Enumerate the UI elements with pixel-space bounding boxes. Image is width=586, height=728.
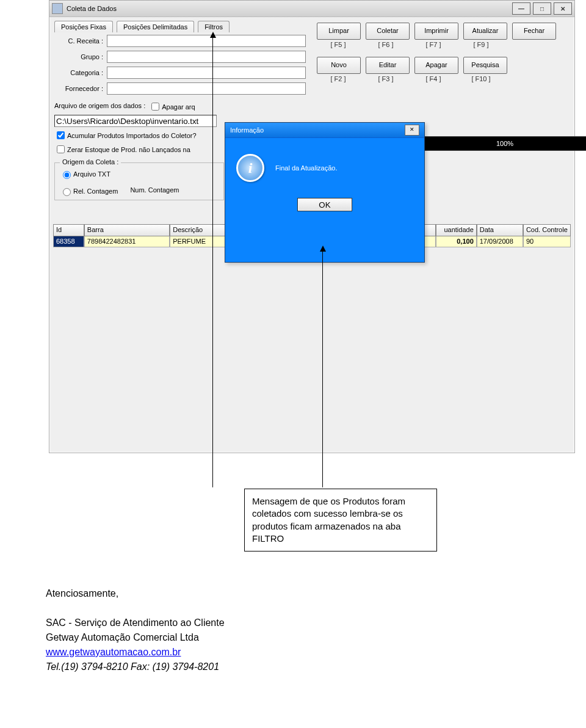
info-dialog: Informação ✕ i Final da Atualização. OK	[225, 122, 425, 263]
origin-path-input[interactable]	[54, 115, 217, 127]
app-icon	[52, 3, 63, 14]
editar-button[interactable]: Editar	[366, 57, 410, 74]
fechar-button[interactable]: Fechar	[512, 23, 556, 40]
origem-coleta-group: Origem da Coleta : Arquivo TXT Rel. Cont…	[54, 162, 224, 200]
creceita-input[interactable]	[107, 35, 306, 47]
cell-barra: 7898422482831	[84, 236, 170, 247]
f5-hint: [ F5 ]	[317, 41, 360, 48]
dialog-body: i Final da Atualização.	[225, 138, 424, 198]
close-button[interactable]: ✕	[554, 2, 572, 15]
group-label: Origem da Coleta :	[60, 158, 121, 166]
progress-text: 100%	[496, 140, 513, 147]
doc-atencoes: Atenciosamente,	[46, 586, 225, 601]
novo-button[interactable]: Novo	[317, 57, 361, 74]
doc-sac: SAC - Serviço de Atendimento ao Cliente	[46, 616, 225, 630]
maximize-button[interactable]: □	[533, 2, 551, 15]
annotation-arrow-1	[212, 35, 213, 487]
categoria-input[interactable]	[107, 67, 306, 79]
window-title: Coleta de Dados	[67, 5, 510, 12]
col-quantidade[interactable]: uantidade	[436, 224, 476, 236]
apagar-arq-checkbox[interactable]: Apagar arq	[149, 101, 195, 112]
f7-hint: [ F7 ]	[412, 41, 455, 48]
f10-hint: [ F10 ]	[460, 75, 502, 82]
categoria-label: Categoria :	[54, 69, 103, 76]
annotation-text: Mensagem de que os Produtos foram coleta…	[252, 496, 405, 544]
dialog-close-button[interactable]: ✕	[405, 125, 419, 136]
apagar-button[interactable]: Apagar	[414, 57, 458, 74]
col-id[interactable]: Id	[53, 224, 84, 236]
radio-arquivo-txt[interactable]: Arquivo TXT	[60, 169, 219, 179]
cell-id: 68358	[53, 236, 84, 247]
dialog-message: Final da Atualização.	[275, 164, 338, 172]
col-barra[interactable]: Barra	[84, 224, 170, 236]
pesquisa-button[interactable]: Pesquisa	[463, 57, 507, 74]
f9-hint: [ F9 ]	[460, 41, 502, 48]
minimize-icon: —	[518, 5, 524, 12]
fornecedor-label: Fornecedor :	[54, 85, 103, 92]
annotation-box: Mensagem de que os Produtos foram coleta…	[244, 489, 437, 551]
creceita-label: C. Receita :	[54, 37, 103, 45]
f4-hint: [ F4 ]	[412, 75, 455, 82]
ok-button[interactable]: OK	[297, 198, 352, 211]
tab-posicoes-fixas[interactable]: Posições Fixas	[54, 21, 113, 32]
dialog-title: Informação	[230, 126, 264, 134]
dialog-titlebar: Informação ✕	[225, 123, 424, 138]
info-icon: i	[236, 154, 264, 182]
limpar-button[interactable]: Limpar	[317, 23, 361, 40]
f2-hint: [ F2 ]	[317, 75, 360, 82]
f6-hint: [ F6 ]	[364, 41, 407, 48]
doc-tel: Tel.(19) 3794-8210 Fax: (19) 3794-8201	[46, 661, 219, 672]
doc-company: Getway Automação Comercial Ltda	[46, 630, 225, 645]
coletar-button[interactable]: Coletar	[366, 23, 410, 40]
cell-data: 17/09/2008	[477, 236, 523, 247]
toolbar: Limpar Coletar Imprimir Atualizar Fechar…	[317, 23, 567, 91]
atualizar-button[interactable]: Atualizar	[463, 23, 507, 40]
cell-qtd: 0,100	[436, 236, 476, 247]
grupo-input[interactable]	[107, 51, 306, 63]
col-cod-controle[interactable]: Cod. Controle	[523, 224, 571, 236]
doc-url[interactable]: www.getwayautomacao.com.br	[46, 647, 181, 657]
maximize-icon: □	[540, 5, 544, 12]
close-icon: ✕	[560, 5, 565, 12]
col-data[interactable]: Data	[477, 224, 523, 236]
f3-hint: [ F3 ]	[364, 75, 407, 82]
cell-cod: 90	[523, 236, 571, 247]
origem-label: Arquivo de origem dos dados :	[54, 102, 145, 109]
annotation-arrow-2	[322, 249, 323, 487]
doc-footer: Atenciosamente, SAC - Serviço de Atendim…	[46, 586, 225, 674]
tab-posicoes-delimitadas[interactable]: Posições Delimitadas	[117, 21, 194, 32]
num-contagem-label: Num. Contagem	[130, 186, 179, 194]
fornecedor-input[interactable]	[107, 82, 306, 95]
radio-rel-contagem[interactable]: Rel. Contagem	[60, 186, 118, 196]
minimize-button[interactable]: —	[512, 2, 530, 15]
titlebar: Coleta de Dados — □ ✕	[49, 1, 574, 17]
imprimir-button[interactable]: Imprimir	[414, 23, 458, 40]
grupo-label: Grupo :	[54, 53, 103, 60]
